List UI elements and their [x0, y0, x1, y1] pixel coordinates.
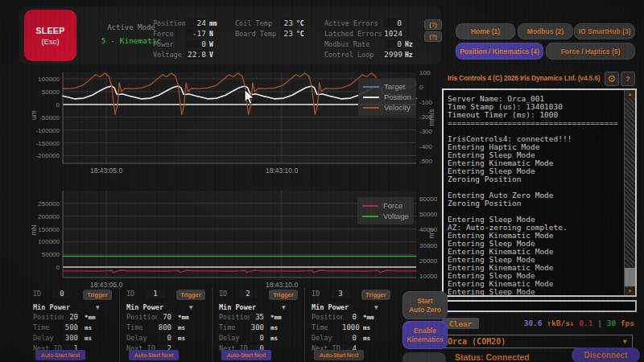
enable-kinematics-button[interactable]: Enable Kinematics — [402, 321, 448, 349]
min-power-dropdown-1[interactable]: Min Power — [126, 303, 163, 311]
download-rate: 0.1 — [579, 319, 592, 327]
motion-panel-3: ID3 Trigger Min Power ▼ Position0*mm Tim… — [304, 288, 398, 362]
time-row: Time300ms — [219, 323, 278, 331]
sleep-button[interactable]: SLEEP (Esc) — [24, 10, 76, 61]
svg-text:50000: 50000 — [42, 88, 60, 96]
console-command-input[interactable] — [442, 300, 637, 312]
position-field-3[interactable]: 0 — [342, 313, 357, 321]
time-row: Time800ms — [126, 323, 185, 331]
svg-text:0: 0 — [56, 264, 60, 271]
rate-unit-label: ↑kB/s↓ — [543, 319, 580, 327]
min-power-dropdown-0[interactable]: Min Power — [33, 303, 70, 311]
svg-text:18:43:10.0: 18:43:10.0 — [266, 167, 298, 175]
time-row: Time1000ms — [312, 323, 370, 331]
time-field-1[interactable]: 800 — [157, 323, 171, 331]
motion-panel-2: ID2 Trigger Min Power ▼ Position35*mm Ti… — [212, 288, 305, 362]
stat-voltage: Voltage22.8V — [153, 50, 213, 60]
stat-force: Force-17N — [153, 29, 213, 39]
svg-text:-200000: -200000 — [36, 152, 60, 159]
motion-id-field[interactable]: 0 — [52, 290, 72, 298]
scrollbar-thumb[interactable] — [625, 268, 635, 286]
force-voltage-chart-legend: ForceVoltage — [357, 197, 414, 224]
auto-start-next-button-2[interactable]: Auto-Start Next — [221, 350, 271, 360]
partial-button-stub[interactable] — [402, 352, 446, 362]
svg-text:60000: 60000 — [419, 195, 438, 203]
motion-id-row: ID1 — [126, 290, 165, 298]
motion-id-field[interactable]: 1 — [146, 290, 165, 298]
connection-status: Status: Connected — [455, 352, 530, 362]
motion-id-row: ID2 — [219, 290, 258, 298]
position-field-2[interactable]: 35 — [250, 313, 264, 321]
position-row: Position70*mm — [126, 313, 189, 321]
sleep-button-shortcut: (Esc) — [41, 37, 59, 46]
svg-text:100000: 100000 — [38, 76, 60, 83]
motion-id-field[interactable]: 3 — [331, 290, 350, 298]
trigger-button-2[interactable]: Trigger — [269, 290, 298, 300]
time-field-0[interactable]: 500 — [64, 323, 78, 331]
nav-modbus-button[interactable]: Modbus (2) — [518, 23, 573, 39]
position-field-0[interactable]: 20 — [64, 313, 78, 321]
stat-board-temp: Board Temp23°C — [235, 29, 304, 39]
svg-text:100000: 100000 — [38, 238, 60, 245]
nav-io-smarthub-button[interactable]: IO SmartHub (3) — [574, 23, 635, 39]
position-field-1[interactable]: 70 — [157, 313, 171, 321]
upload-rate: 30.6 — [524, 319, 543, 327]
auto-start-next-button-0[interactable]: Auto-Start Next — [35, 350, 85, 360]
nav-home-button[interactable]: Home (1) — [456, 23, 515, 39]
question-icon: ? — [625, 75, 630, 83]
time-field-3[interactable]: 1000 — [342, 323, 357, 331]
console-log-text: Server Name: Orca_001 Time Stamp (us): 1… — [448, 95, 618, 298]
position-row: Position35*mm — [219, 313, 282, 321]
active-errors-help-button[interactable]: (?) — [424, 19, 442, 30]
trigger-button-0[interactable]: Trigger — [83, 290, 112, 300]
auto-start-next-button-3[interactable]: Auto-Start Next — [314, 350, 364, 360]
scroll-up-button[interactable]: ▲ — [625, 90, 635, 98]
settings-button[interactable]: ⚙ — [605, 72, 619, 86]
svg-text:50000: 50000 — [42, 251, 60, 258]
disconnect-button[interactable]: Disconnect — [572, 348, 640, 362]
delay-field-2[interactable]: 0 — [250, 334, 264, 342]
stat-latched-errors: Latched Errors1024 — [324, 29, 405, 39]
nav-position-kinematics-button[interactable]: Position / Kinematics (4) — [456, 43, 543, 60]
motion-id-field[interactable]: 2 — [238, 290, 258, 298]
svg-text:18:43:05.0: 18:43:05.0 — [90, 281, 122, 288]
chevron-down-icon: ▼ — [189, 304, 193, 310]
trigger-button-1[interactable]: Trigger — [176, 290, 205, 300]
svg-text:-400: -400 — [419, 143, 433, 150]
scroll-down-button[interactable]: ▼ — [625, 287, 635, 295]
svg-text:250000: 250000 — [38, 200, 60, 208]
time-field-2[interactable]: 300 — [250, 323, 264, 331]
svg-text:-150000: -150000 — [36, 140, 60, 147]
sleep-button-label: SLEEP — [36, 26, 65, 35]
auto-start-next-button-1[interactable]: Auto-Start Next — [129, 350, 179, 360]
com-port-dropdown[interactable]: Orca (COM20) ▼ — [442, 335, 633, 348]
trigger-button-3[interactable]: Trigger — [361, 290, 390, 300]
console-scrollbar[interactable]: ▲ ▼ — [624, 90, 635, 295]
svg-text:0: 0 — [56, 101, 60, 109]
motion-panel-1: ID1 Trigger Min Power ▼ Position70*mm Ti… — [119, 288, 213, 362]
chevron-down-icon: ▼ — [96, 304, 100, 310]
console-help-button[interactable]: ? — [621, 72, 635, 86]
position-chart-legend: TargetPositionVelocity — [358, 78, 416, 116]
scroll-up-icon: ▲ — [628, 92, 633, 97]
delay-field-3[interactable]: 0 — [342, 334, 357, 342]
scroll-down-icon: ▼ — [628, 289, 633, 294]
svg-text:-100000: -100000 — [36, 127, 60, 134]
connection-stats: 30.6 ↑kB/s↓ 0.1 | 30 fps — [483, 319, 634, 327]
motion-id-row: ID0 — [33, 290, 72, 298]
delay-field-0[interactable]: 300 — [64, 334, 78, 342]
start-auto-zero-button[interactable]: Start Auto Zero — [402, 291, 448, 319]
stat-power: Power0W — [153, 39, 213, 49]
iris-controls-window: SLEEP (Esc) Active Mode 5 - Kinematic Po… — [0, 0, 644, 362]
nav-force-haptics-button[interactable]: Force / Haptics (5) — [546, 43, 635, 60]
stat-active-errors: Active Errors0 — [324, 19, 405, 28]
latched-errors-help-button[interactable]: (?) — [424, 31, 442, 42]
app-title: Iris Controls 4 (C) 2026 Iris Dynamics L… — [448, 74, 609, 82]
position-chart[interactable]: 100000500000-50000-100000-150000-2000001… — [24, 68, 439, 183]
force-voltage-chart[interactable]: 2500002000001500001000005000006000050000… — [24, 187, 439, 288]
motion-panel-0: ID0 Trigger Min Power ▼ Position20*mm Ti… — [27, 288, 119, 362]
min-power-dropdown-2[interactable]: Min Power — [219, 303, 256, 311]
min-power-dropdown-3[interactable]: Min Power — [312, 303, 349, 311]
delay-field-1[interactable]: 0 — [157, 334, 171, 342]
position-row: Position0*mm — [312, 313, 374, 321]
